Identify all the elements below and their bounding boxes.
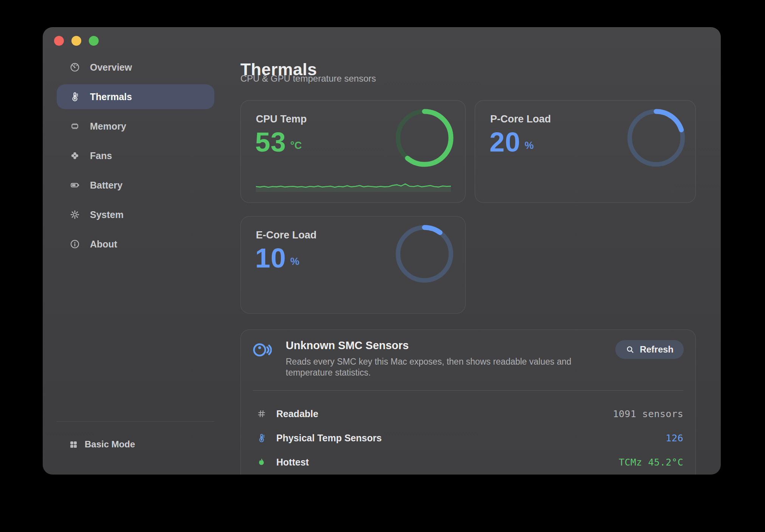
sidebar-item-about[interactable]: About [57,232,214,257]
smc-row-value: TCMz 45.2°C [619,457,683,468]
cpu-temp-value: 53 [255,128,286,156]
smc-row-label: Physical Temp Sensors [276,433,382,444]
cpu-temp-title: CPU Temp [256,113,307,125]
sidebar-item-thermals[interactable]: Thermals [57,84,214,109]
p-core-title: P-Core Load [490,113,551,125]
sensor-waves-icon [252,340,272,360]
app-window: Overview Thermals Memory Fans [43,27,721,475]
sidebar-item-label: Battery [90,180,122,191]
basic-mode-button[interactable]: Basic Mode [69,436,135,453]
refresh-button-label: Refresh [640,344,674,355]
e-core-value: 10 [255,244,286,272]
thermometer-icon [257,433,266,443]
sidebar-item-overview[interactable]: Overview [57,55,214,80]
smc-sensors-card: Unknown SMC Sensors Reads every SMC key … [240,329,696,475]
sidebar-item-label: Thermals [90,91,132,102]
sidebar-item-label: Fans [90,150,112,161]
gauge-icon [70,62,80,73]
flame-icon [257,457,266,467]
refresh-button[interactable]: Refresh [615,340,684,359]
p-core-unit: % [525,141,534,156]
sidebar-item-label: Overview [90,62,132,73]
e-core-title: E-Core Load [256,229,317,241]
smc-row-physical-temp: Physical Temp Sensors 126 [241,426,695,450]
cpu-temp-metric: 53 °C [255,128,302,156]
smc-description: Reads every SMC key this Mac exposes, th… [286,356,592,378]
thermometer-icon [70,91,80,102]
search-icon [626,345,635,354]
page-subtitle: CPU & GPU temperature sensors [240,73,376,84]
cpu-temp-unit: °C [290,141,302,156]
desktop: { "window": { "traffic_lights": { "close… [0,0,765,532]
cpu-temp-ring-gauge [394,108,455,168]
sidebar-item-label: About [90,239,117,250]
smc-row-readable: Readable 1091 sensors [241,402,695,426]
smc-row-value: 1091 sensors [613,408,683,419]
cpu-temp-card: CPU Temp 53 °C [240,100,466,203]
sidebar-item-label: Memory [90,121,126,132]
basic-mode-label: Basic Mode [85,439,135,450]
e-core-ring-gauge [394,224,455,284]
gear-icon [70,209,80,220]
e-core-unit: % [290,257,299,272]
sidebar-item-fans[interactable]: Fans [57,143,214,168]
sidebar-item-memory[interactable]: Memory [57,114,214,139]
e-core-metric: 10 % [255,244,299,272]
smc-row-label: Readable [276,408,318,419]
hash-icon [257,409,266,419]
battery-icon [70,180,80,190]
minimize-window-button[interactable] [71,36,81,46]
window-controls [54,36,99,46]
e-core-load-card: E-Core Load 10 % [240,216,466,314]
p-core-value: 20 [489,128,520,156]
zoom-window-button[interactable] [89,36,99,46]
sidebar-item-label: System [90,209,124,220]
sidebar: Overview Thermals Memory Fans [57,55,214,261]
smc-divider [253,390,683,391]
grid-icon [69,440,78,449]
smc-row-value: 126 [666,433,683,444]
cpu-temp-sparkline [256,178,451,192]
sidebar-item-battery[interactable]: Battery [57,173,214,198]
sidebar-divider [57,421,214,422]
p-core-ring-gauge [626,108,686,168]
fan-icon [70,150,80,161]
p-core-metric: 20 % [489,128,534,156]
smc-stats-list: Readable 1091 sensors Physical Temp Sens… [241,402,695,474]
info-icon [70,239,80,249]
smc-title: Unknown SMC Sensors [286,339,409,352]
p-core-load-card: P-Core Load 20 % [475,100,696,203]
sidebar-item-system[interactable]: System [57,202,214,227]
close-window-button[interactable] [54,36,64,46]
smc-row-label: Hottest [276,457,309,468]
smc-row-hottest: Hottest TCMz 45.2°C [241,450,695,474]
memory-chip-icon [70,121,80,131]
